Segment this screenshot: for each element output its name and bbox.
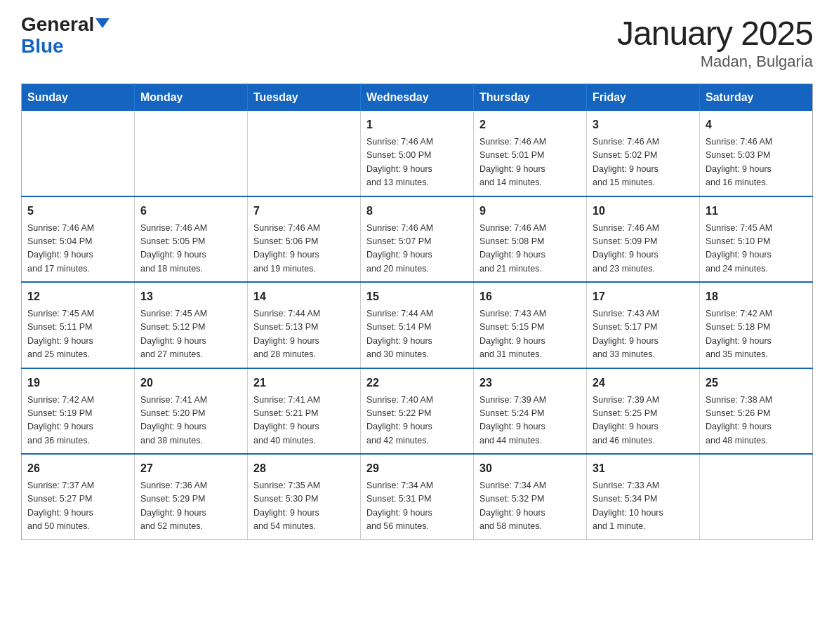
calendar-day-26: 26Sunrise: 7:37 AM Sunset: 5:27 PM Dayli… [22, 454, 135, 539]
day-number: 18 [706, 288, 807, 305]
day-info: Sunrise: 7:46 AM Sunset: 5:08 PM Dayligh… [479, 222, 581, 276]
day-number: 10 [593, 203, 694, 220]
day-number: 30 [479, 460, 581, 477]
calendar-day-11: 11Sunrise: 7:45 AM Sunset: 5:10 PM Dayli… [700, 196, 813, 283]
day-info: Sunrise: 7:45 AM Sunset: 5:11 PM Dayligh… [27, 307, 128, 362]
weekday-header-monday: Monday [135, 84, 248, 112]
day-info: Sunrise: 7:45 AM Sunset: 5:12 PM Dayligh… [140, 307, 241, 362]
calendar-day-9: 9Sunrise: 7:46 AM Sunset: 5:08 PM Daylig… [474, 196, 587, 283]
calendar-day-25: 25Sunrise: 7:38 AM Sunset: 5:26 PM Dayli… [700, 368, 813, 455]
calendar-day-18: 18Sunrise: 7:42 AM Sunset: 5:18 PM Dayli… [700, 282, 813, 368]
calendar-day-30: 30Sunrise: 7:34 AM Sunset: 5:32 PM Dayli… [474, 454, 587, 539]
calendar-day-empty [22, 111, 135, 196]
calendar-week-3: 12Sunrise: 7:45 AM Sunset: 5:11 PM Dayli… [22, 282, 813, 368]
day-number: 13 [140, 288, 241, 305]
day-info: Sunrise: 7:40 AM Sunset: 5:22 PM Dayligh… [366, 394, 468, 448]
page-header: General Blue January 2025 Madan, Bulgari… [21, 14, 813, 71]
calendar-day-1: 1Sunrise: 7:46 AM Sunset: 5:00 PM Daylig… [361, 111, 474, 196]
day-info: Sunrise: 7:46 AM Sunset: 5:03 PM Dayligh… [706, 135, 807, 190]
calendar-day-29: 29Sunrise: 7:34 AM Sunset: 5:31 PM Dayli… [361, 454, 474, 539]
day-info: Sunrise: 7:41 AM Sunset: 5:21 PM Dayligh… [253, 394, 355, 448]
day-info: Sunrise: 7:44 AM Sunset: 5:14 PM Dayligh… [366, 307, 468, 362]
day-number: 3 [593, 116, 694, 133]
day-info: Sunrise: 7:46 AM Sunset: 5:04 PM Dayligh… [27, 222, 128, 276]
day-info: Sunrise: 7:39 AM Sunset: 5:24 PM Dayligh… [479, 394, 581, 448]
logo-blue-text: Blue [21, 35, 64, 57]
day-number: 23 [479, 375, 581, 391]
day-info: Sunrise: 7:38 AM Sunset: 5:26 PM Dayligh… [706, 394, 807, 448]
day-number: 20 [140, 375, 241, 391]
calendar-day-7: 7Sunrise: 7:46 AM Sunset: 5:06 PM Daylig… [248, 196, 361, 283]
weekday-header-thursday: Thursday [474, 84, 587, 112]
day-info: Sunrise: 7:46 AM Sunset: 5:02 PM Dayligh… [593, 135, 694, 190]
day-number: 8 [366, 203, 468, 220]
day-info: Sunrise: 7:42 AM Sunset: 5:19 PM Dayligh… [27, 394, 128, 448]
calendar-day-6: 6Sunrise: 7:46 AM Sunset: 5:05 PM Daylig… [135, 196, 248, 283]
calendar-day-8: 8Sunrise: 7:46 AM Sunset: 5:07 PM Daylig… [361, 196, 474, 283]
calendar-day-22: 22Sunrise: 7:40 AM Sunset: 5:22 PM Dayli… [361, 368, 474, 455]
weekday-header-sunday: Sunday [22, 84, 135, 112]
day-info: Sunrise: 7:36 AM Sunset: 5:29 PM Dayligh… [140, 479, 241, 534]
calendar-day-15: 15Sunrise: 7:44 AM Sunset: 5:14 PM Dayli… [361, 282, 474, 368]
logo-triangle-icon [95, 18, 110, 28]
calendar-day-23: 23Sunrise: 7:39 AM Sunset: 5:24 PM Dayli… [474, 368, 587, 455]
calendar-day-empty [248, 111, 361, 196]
calendar-table: SundayMondayTuesdayWednesdayThursdayFrid… [21, 83, 813, 540]
calendar-day-20: 20Sunrise: 7:41 AM Sunset: 5:20 PM Dayli… [135, 368, 248, 455]
day-number: 4 [706, 116, 807, 133]
day-number: 2 [479, 116, 581, 133]
day-info: Sunrise: 7:34 AM Sunset: 5:32 PM Dayligh… [479, 479, 581, 534]
calendar-day-5: 5Sunrise: 7:46 AM Sunset: 5:04 PM Daylig… [22, 196, 135, 283]
calendar-day-empty [135, 111, 248, 196]
calendar-day-13: 13Sunrise: 7:45 AM Sunset: 5:12 PM Dayli… [135, 282, 248, 368]
day-number: 19 [27, 375, 128, 391]
day-info: Sunrise: 7:33 AM Sunset: 5:34 PM Dayligh… [593, 479, 694, 534]
weekday-header-friday: Friday [587, 84, 700, 112]
day-info: Sunrise: 7:46 AM Sunset: 5:05 PM Dayligh… [140, 222, 241, 276]
day-info: Sunrise: 7:34 AM Sunset: 5:31 PM Dayligh… [366, 479, 468, 534]
day-number: 16 [479, 288, 581, 305]
day-number: 5 [27, 203, 128, 220]
calendar-day-14: 14Sunrise: 7:44 AM Sunset: 5:13 PM Dayli… [248, 282, 361, 368]
weekday-header-row: SundayMondayTuesdayWednesdayThursdayFrid… [22, 84, 813, 112]
day-info: Sunrise: 7:46 AM Sunset: 5:01 PM Dayligh… [479, 135, 581, 190]
day-info: Sunrise: 7:46 AM Sunset: 5:06 PM Dayligh… [253, 222, 355, 276]
calendar-subtitle: Madan, Bulgaria [617, 53, 813, 71]
calendar-day-19: 19Sunrise: 7:42 AM Sunset: 5:19 PM Dayli… [22, 368, 135, 455]
day-info: Sunrise: 7:46 AM Sunset: 5:07 PM Dayligh… [366, 222, 468, 276]
day-number: 14 [253, 288, 355, 305]
logo-general-text: General [21, 14, 94, 36]
day-info: Sunrise: 7:43 AM Sunset: 5:17 PM Dayligh… [593, 307, 694, 362]
day-number: 9 [479, 203, 581, 220]
day-info: Sunrise: 7:46 AM Sunset: 5:09 PM Dayligh… [593, 222, 694, 276]
day-info: Sunrise: 7:39 AM Sunset: 5:25 PM Dayligh… [593, 394, 694, 448]
calendar-title: January 2025 [617, 14, 813, 53]
weekday-header-wednesday: Wednesday [361, 84, 474, 112]
title-block: January 2025 Madan, Bulgaria [617, 14, 813, 71]
day-number: 21 [253, 375, 355, 391]
calendar-day-3: 3Sunrise: 7:46 AM Sunset: 5:02 PM Daylig… [587, 111, 700, 196]
calendar-day-10: 10Sunrise: 7:46 AM Sunset: 5:09 PM Dayli… [587, 196, 700, 283]
calendar-week-2: 5Sunrise: 7:46 AM Sunset: 5:04 PM Daylig… [22, 196, 813, 283]
day-info: Sunrise: 7:43 AM Sunset: 5:15 PM Dayligh… [479, 307, 581, 362]
calendar-day-4: 4Sunrise: 7:46 AM Sunset: 5:03 PM Daylig… [700, 111, 813, 196]
day-number: 29 [366, 460, 468, 477]
calendar-day-28: 28Sunrise: 7:35 AM Sunset: 5:30 PM Dayli… [248, 454, 361, 539]
day-info: Sunrise: 7:45 AM Sunset: 5:10 PM Dayligh… [706, 222, 807, 276]
calendar-day-17: 17Sunrise: 7:43 AM Sunset: 5:17 PM Dayli… [587, 282, 700, 368]
calendar-week-1: 1Sunrise: 7:46 AM Sunset: 5:00 PM Daylig… [22, 111, 813, 196]
day-number: 26 [27, 460, 128, 477]
day-number: 7 [253, 203, 355, 220]
day-number: 17 [593, 288, 694, 305]
day-number: 1 [366, 116, 468, 133]
calendar-day-24: 24Sunrise: 7:39 AM Sunset: 5:25 PM Dayli… [587, 368, 700, 455]
day-info: Sunrise: 7:44 AM Sunset: 5:13 PM Dayligh… [253, 307, 355, 362]
day-info: Sunrise: 7:37 AM Sunset: 5:27 PM Dayligh… [27, 479, 128, 534]
day-number: 27 [140, 460, 241, 477]
day-number: 31 [593, 460, 694, 477]
calendar-week-5: 26Sunrise: 7:37 AM Sunset: 5:27 PM Dayli… [22, 454, 813, 539]
day-info: Sunrise: 7:41 AM Sunset: 5:20 PM Dayligh… [140, 394, 241, 448]
day-info: Sunrise: 7:42 AM Sunset: 5:18 PM Dayligh… [706, 307, 807, 362]
day-number: 12 [27, 288, 128, 305]
day-number: 6 [140, 203, 241, 220]
